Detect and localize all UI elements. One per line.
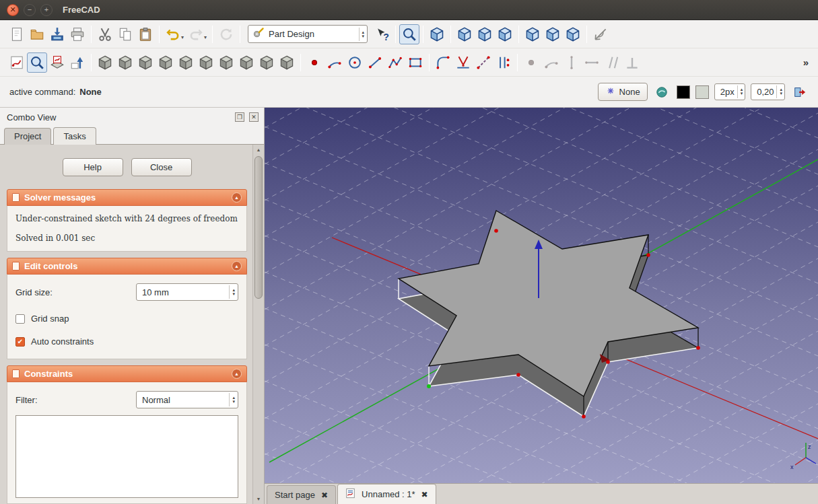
constraint-filter-row: Filter: Normal ▴▾ xyxy=(15,391,238,408)
print-icon[interactable] xyxy=(67,24,88,44)
view-front-icon[interactable] xyxy=(454,24,475,44)
document-tab-start-page[interactable]: Start page✖ xyxy=(267,485,336,504)
draft-icon[interactable] xyxy=(216,52,236,73)
revolution-icon[interactable] xyxy=(135,52,156,73)
toolbar-separator xyxy=(159,26,160,43)
scrollbar-thumb[interactable] xyxy=(254,156,263,299)
chevron-updown-icon[interactable]: ▴▾ xyxy=(229,285,235,298)
face-color-swatch[interactable] xyxy=(695,85,709,99)
view-sketch-icon[interactable] xyxy=(27,52,47,73)
carbon-copy-icon[interactable] xyxy=(493,52,514,73)
workbench-spinner-icon[interactable]: ▴▾ xyxy=(359,28,365,41)
sketch-fillet-icon[interactable] xyxy=(433,52,453,73)
tab-close-icon[interactable]: ✖ xyxy=(321,491,328,500)
groove-icon[interactable] xyxy=(156,52,176,73)
window-minimize-button[interactable]: − xyxy=(24,4,36,16)
document-tab-label: Unnamed : 1* xyxy=(362,489,415,499)
constraints-list[interactable] xyxy=(15,415,238,498)
fillet-icon[interactable] xyxy=(176,52,196,73)
line-color-swatch[interactable] xyxy=(677,85,690,99)
undo-dropdown-arrow[interactable]: ▾ xyxy=(181,34,184,40)
viewport-3d[interactable]: z x y xyxy=(265,108,818,483)
sketch-rectangle-icon[interactable] xyxy=(405,52,425,73)
grid-size-value: 10 mm xyxy=(142,287,226,297)
sketch-line-icon[interactable] xyxy=(365,52,385,73)
toolbar-separator xyxy=(518,26,519,43)
view-axonometric-icon[interactable] xyxy=(427,24,447,44)
paste-icon[interactable] xyxy=(135,24,156,44)
document-tab-unnamed-1[interactable]: Unnamed : 1*✖ xyxy=(337,484,436,504)
tab-project[interactable]: Project xyxy=(4,128,51,145)
auto-constraints-checkbox[interactable] xyxy=(15,337,25,347)
viewport-scene[interactable]: z x y xyxy=(265,108,818,483)
undo-icon[interactable] xyxy=(163,24,183,44)
solver-messages-header[interactable]: Solver messages ▲ xyxy=(7,189,247,206)
panel-close-icon[interactable]: ✕ xyxy=(249,112,259,122)
workbench-selector[interactable]: Part Design ▴▾ xyxy=(248,25,368,43)
leave-edit-icon[interactable] xyxy=(790,83,809,101)
constraints-section: Constraints ▲ Filter: Normal ▴▾ xyxy=(7,365,247,504)
whats-this-icon[interactable]: ? xyxy=(372,24,392,44)
external-geometry-icon[interactable] xyxy=(473,52,493,73)
combo-view-tabs: Project Tasks xyxy=(0,125,264,144)
line-width-value: 2px xyxy=(720,87,735,97)
fit-all-icon[interactable] xyxy=(399,24,419,44)
panel-float-icon[interactable]: ❐ xyxy=(235,112,244,122)
view-bottom-icon[interactable] xyxy=(543,24,563,44)
measure-angle-icon[interactable] xyxy=(590,24,611,44)
view-left-icon[interactable] xyxy=(563,24,583,44)
chevron-updown-icon[interactable]: ▴▾ xyxy=(776,85,782,98)
scrollbar-up-icon[interactable]: ▲ xyxy=(253,145,264,155)
close-button[interactable]: Close xyxy=(131,158,192,176)
tab-close-icon[interactable]: ✖ xyxy=(421,490,428,499)
constraints-header[interactable]: Constraints ▲ xyxy=(7,365,247,382)
view-rear-icon[interactable] xyxy=(522,24,543,44)
redo-dropdown-arrow[interactable]: ▾ xyxy=(204,34,207,40)
grid-snap-checkbox[interactable] xyxy=(15,314,25,324)
line-width-stepper[interactable]: 2px ▴▾ xyxy=(714,83,745,100)
sketch-point-icon[interactable] xyxy=(304,52,325,73)
window-close-button[interactable]: ✕ xyxy=(7,4,19,16)
sketch-arc-icon[interactable] xyxy=(325,52,345,73)
polar-pattern-icon[interactable] xyxy=(277,52,297,73)
tab-tasks[interactable]: Tasks xyxy=(53,127,96,145)
window-maximize-button[interactable]: + xyxy=(40,4,53,16)
render-mode-icon[interactable] xyxy=(653,83,671,101)
chevron-updown-icon[interactable]: ▴▾ xyxy=(229,393,235,406)
leave-sketch-icon[interactable] xyxy=(67,52,88,73)
filter-select[interactable]: Normal ▴▾ xyxy=(136,391,238,408)
help-button[interactable]: Help xyxy=(63,158,123,176)
combo-view-scrollbar[interactable]: ▲ ▼ xyxy=(252,145,264,504)
collapse-icon[interactable]: ▲ xyxy=(232,369,242,379)
scrollbar-down-icon[interactable]: ▼ xyxy=(253,494,264,504)
open-document-icon[interactable] xyxy=(27,24,47,44)
sketch-polyline-icon[interactable] xyxy=(385,52,405,73)
map-sketch-icon[interactable] xyxy=(47,52,67,73)
filter-label: Filter: xyxy=(15,395,136,405)
chamfer-icon[interactable] xyxy=(196,52,216,73)
copy-icon[interactable] xyxy=(115,24,135,44)
collapse-icon[interactable]: ▲ xyxy=(232,261,242,271)
view-top-icon[interactable] xyxy=(475,24,495,44)
grid-size-select[interactable]: 10 mm ▴▾ xyxy=(136,283,238,301)
grid-snap-label: Grid snap xyxy=(31,314,69,324)
point-size-stepper[interactable]: 0,20 ▴▾ xyxy=(751,83,785,100)
save-document-icon[interactable] xyxy=(47,24,67,44)
collapse-icon[interactable]: ▲ xyxy=(232,192,242,203)
pad-icon[interactable] xyxy=(95,52,115,73)
origin-point[interactable] xyxy=(427,384,431,388)
scrollbar-track[interactable] xyxy=(253,155,264,494)
view-right-icon[interactable] xyxy=(495,24,515,44)
cut-icon[interactable] xyxy=(95,24,115,44)
sketch-circle-icon[interactable] xyxy=(345,52,365,73)
mirrored-icon[interactable] xyxy=(236,52,257,73)
edit-controls-header[interactable]: Edit controls ▲ xyxy=(7,258,247,275)
snap-mode-button[interactable]: None xyxy=(598,83,648,101)
toolbar-overflow-icon[interactable]: » xyxy=(800,57,811,68)
chevron-updown-icon[interactable]: ▴▾ xyxy=(737,85,743,98)
new-sketch-icon[interactable] xyxy=(7,52,27,73)
new-document-icon[interactable] xyxy=(7,24,27,44)
linear-pattern-icon[interactable] xyxy=(257,52,277,73)
sketch-trim-icon[interactable] xyxy=(453,52,473,73)
pocket-icon[interactable] xyxy=(115,52,135,73)
